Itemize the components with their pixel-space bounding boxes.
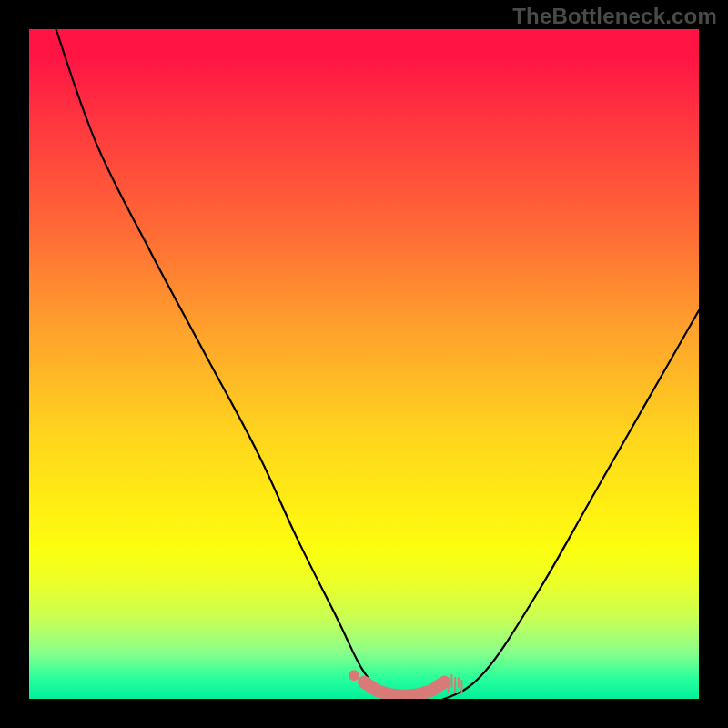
- optimal-range-lead-dot: [349, 670, 359, 681]
- chart-frame: TheBottleneck.com: [0, 0, 728, 728]
- optimal-range-band: [364, 682, 444, 696]
- bottleneck-curve: [56, 29, 699, 699]
- plot-area: [29, 29, 699, 699]
- site-watermark: TheBottleneck.com: [512, 4, 717, 29]
- curve-layer: [29, 29, 699, 699]
